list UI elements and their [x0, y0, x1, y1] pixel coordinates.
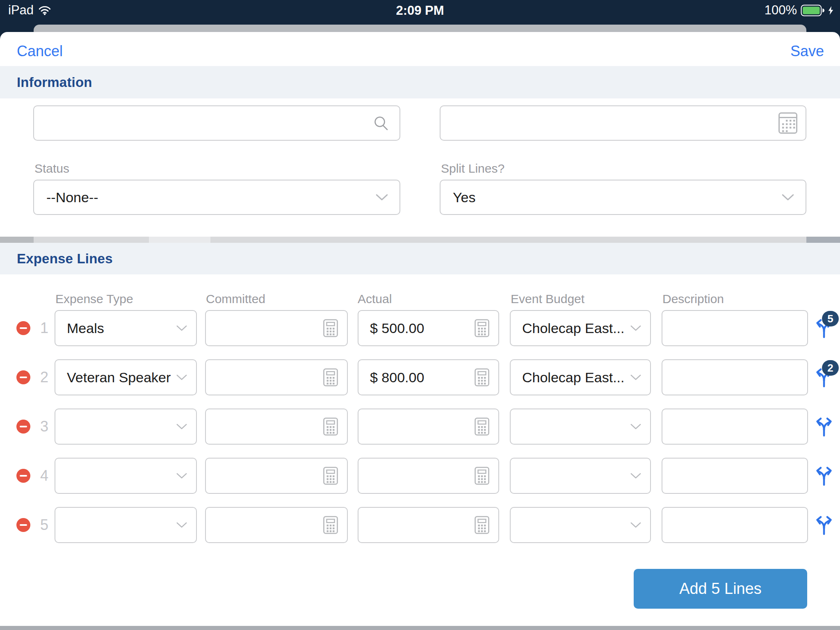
calculator-icon	[475, 368, 489, 386]
status-select[interactable]: --None--	[33, 180, 400, 215]
expense-type-select[interactable]	[55, 409, 197, 445]
remove-line-button[interactable]	[16, 518, 30, 532]
split-line-button[interactable]: 5	[813, 317, 835, 339]
row-number: 4	[36, 458, 52, 494]
expense-type-select[interactable]: Meals	[55, 310, 197, 346]
committed-input[interactable]	[205, 507, 348, 543]
add-lines-button[interactable]: Add 5 Lines	[634, 569, 807, 609]
cancel-button[interactable]: Cancel	[17, 43, 63, 60]
split-icon	[813, 465, 835, 486]
actual-input[interactable]: $ 500.00	[358, 310, 499, 346]
lookup-input[interactable]	[33, 105, 400, 141]
battery-percent: 100%	[765, 3, 797, 18]
split-icon	[813, 514, 835, 536]
status-value: --None--	[46, 189, 98, 205]
chevron-down-icon	[630, 522, 641, 528]
battery-icon	[801, 5, 824, 16]
actual-input[interactable]	[358, 458, 499, 494]
split-line-button[interactable]: 2	[813, 367, 835, 388]
chevron-down-icon	[176, 473, 187, 479]
gap-segment	[806, 237, 840, 243]
expense-lines-section-title: Expense Lines	[17, 251, 113, 267]
status-bar-right: 100%	[765, 3, 833, 18]
gap-segment	[0, 237, 34, 243]
event-budget-select[interactable]	[510, 458, 651, 494]
remove-line-button[interactable]	[16, 370, 30, 384]
event-budget-select[interactable]	[510, 507, 651, 543]
actual-input[interactable]	[358, 507, 499, 543]
committed-input[interactable]	[205, 359, 348, 395]
split-lines-value: Yes	[453, 189, 475, 205]
calculator-icon	[323, 319, 338, 337]
calculator-icon	[475, 516, 489, 534]
screen: iPad 2:09 PM 100% Cancel Save Informatio…	[0, 0, 840, 630]
calculator-icon	[475, 467, 489, 485]
expense-line-row: 5	[0, 507, 840, 543]
split-line-button[interactable]	[813, 416, 835, 437]
col-header-actual: Actual	[358, 292, 392, 306]
row-number: 2	[36, 359, 52, 395]
description-input[interactable]	[662, 359, 808, 395]
chevron-down-icon	[630, 424, 641, 429]
chevron-down-icon	[630, 325, 641, 331]
section-gap	[0, 237, 840, 243]
col-header-event-budget: Event Budget	[511, 292, 584, 306]
expense-line-row: 1 Meals $ 500.00 Cholecap East...	[0, 310, 840, 346]
chevron-down-icon	[176, 522, 187, 528]
description-input[interactable]	[662, 507, 808, 543]
expense-type-select[interactable]	[55, 458, 197, 494]
row-number: 1	[36, 310, 52, 346]
committed-input[interactable]	[205, 310, 348, 346]
split-count-badge: 5	[822, 311, 839, 326]
expense-lines-section-header: Expense Lines	[0, 243, 840, 274]
remove-line-button[interactable]	[16, 420, 30, 434]
save-button[interactable]: Save	[790, 43, 824, 60]
modal-card: Cancel Save Information Status Split Lin…	[0, 32, 840, 626]
status-label: Status	[34, 162, 69, 176]
remove-line-button[interactable]	[16, 469, 30, 483]
chevron-down-icon	[176, 424, 187, 429]
calculator-icon	[475, 319, 489, 337]
calculator-icon	[323, 418, 338, 436]
expense-line-row: 2 Veteran Speaker $ 800.00 Cholecap East…	[0, 359, 840, 395]
split-icon	[813, 416, 835, 437]
committed-input[interactable]	[205, 409, 348, 445]
committed-input[interactable]	[205, 458, 348, 494]
col-header-expense-type: Expense Type	[55, 292, 133, 306]
chevron-down-icon	[630, 374, 641, 380]
gap-segment	[149, 237, 210, 243]
actual-input[interactable]: $ 800.00	[358, 359, 499, 395]
calculator-icon	[323, 516, 338, 534]
split-count-badge: 2	[822, 360, 839, 376]
split-lines-label: Split Lines?	[441, 162, 504, 176]
event-budget-select[interactable]: Cholecap East...	[510, 310, 651, 346]
row-number: 5	[36, 507, 52, 543]
calculator-icon	[323, 467, 338, 485]
col-header-committed: Committed	[206, 292, 265, 306]
chevron-down-icon	[376, 194, 388, 201]
expense-line-row: 4	[0, 458, 840, 494]
charging-bolt-icon	[828, 6, 833, 15]
description-input[interactable]	[662, 409, 808, 445]
information-section-title: Information	[17, 75, 92, 90]
date-input[interactable]	[440, 105, 806, 141]
actual-input[interactable]	[358, 409, 499, 445]
description-input[interactable]	[662, 458, 808, 494]
description-input[interactable]	[662, 310, 808, 346]
col-header-description: Description	[662, 292, 724, 306]
information-section-header: Information	[0, 66, 840, 98]
chevron-down-icon	[630, 473, 641, 479]
expense-type-select[interactable]: Veteran Speaker	[55, 359, 197, 395]
calendar-icon	[778, 112, 797, 135]
remove-line-button[interactable]	[16, 321, 30, 335]
split-line-button[interactable]	[813, 514, 835, 536]
expense-line-row: 3	[0, 409, 840, 445]
background-bottom-edge	[0, 626, 840, 630]
expense-type-select[interactable]	[55, 507, 197, 543]
search-icon	[373, 115, 389, 131]
event-budget-select[interactable]: Cholecap East...	[510, 359, 651, 395]
calculator-icon	[323, 368, 338, 386]
split-lines-select[interactable]: Yes	[440, 180, 806, 215]
split-line-button[interactable]	[813, 465, 835, 486]
event-budget-select[interactable]	[510, 409, 651, 445]
